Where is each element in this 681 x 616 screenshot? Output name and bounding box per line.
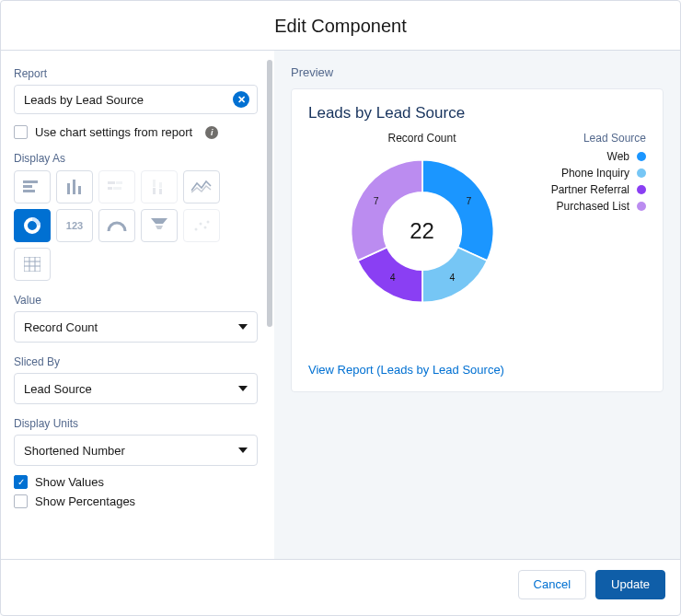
donut-center-value: 22	[410, 218, 434, 244]
legend-item-label: Purchased List	[557, 200, 629, 213]
clear-icon[interactable]: ✕	[233, 91, 249, 108]
display-units-select[interactable]: Shortened Number	[14, 435, 258, 466]
metric-icon[interactable]: 123	[56, 209, 93, 242]
modal-body: Report Leads by Lead Source ✕ Use chart …	[1, 51, 680, 559]
svg-rect-0	[23, 180, 38, 183]
svg-rect-5	[78, 186, 81, 194]
cancel-button[interactable]: Cancel	[518, 570, 586, 599]
svg-point-17	[195, 228, 198, 231]
view-report-link[interactable]: View Report (Leads by Lead Source)	[308, 363, 504, 377]
use-chart-settings-label: Use chart settings from report	[35, 125, 192, 139]
donut-slice-label: 4	[389, 272, 395, 283]
scrollbar[interactable]	[267, 60, 272, 327]
svg-marker-16	[156, 226, 163, 229]
svg-marker-15	[151, 218, 167, 224]
info-icon[interactable]: i	[205, 126, 218, 139]
svg-rect-10	[153, 180, 156, 187]
show-values-label: Show Values	[35, 475, 104, 489]
chevron-down-icon	[238, 447, 248, 453]
donut-svg-container: 7447 22	[341, 150, 503, 312]
legend-item-label: Partner Referral	[551, 183, 629, 196]
legend: Lead Source WebPhone InquiryPartner Refe…	[536, 132, 646, 312]
funnel-icon[interactable]	[141, 209, 178, 242]
report-input[interactable]: Leads by Lead Source ✕	[14, 85, 258, 114]
svg-rect-6	[108, 181, 115, 184]
legend-swatch	[637, 185, 646, 194]
scatter-icon[interactable]	[183, 209, 220, 242]
preview-label: Preview	[291, 65, 664, 79]
gauge-icon[interactable]	[98, 209, 135, 242]
legend-title: Lead Source	[536, 132, 646, 145]
vbar-icon[interactable]	[56, 170, 93, 203]
table-icon[interactable]	[14, 248, 51, 281]
donut-chart: Record Count 7447 22	[308, 132, 536, 312]
config-panel: Report Leads by Lead Source ✕ Use chart …	[1, 51, 274, 559]
svg-rect-21	[24, 257, 40, 272]
donut-slice	[351, 160, 421, 262]
report-input-value: Leads by Lead Source	[24, 93, 144, 107]
sliced-by-label: Sliced By	[14, 355, 258, 368]
svg-rect-1	[23, 185, 32, 188]
donut-slice-label: 4	[449, 272, 455, 283]
legend-item: Web	[536, 150, 646, 163]
legend-swatch	[637, 152, 646, 161]
show-percentages-row[interactable]: Show Percentages	[14, 494, 258, 508]
donut-slice	[422, 160, 493, 262]
svg-rect-8	[108, 187, 112, 190]
checkbox-unchecked-icon[interactable]	[14, 494, 28, 508]
preview-card: Leads by Lead Source Record Count 7447 2…	[291, 88, 664, 392]
legend-swatch	[637, 202, 646, 211]
display-units-selected: Shortened Number	[24, 444, 125, 458]
chart-type-grid: 123	[14, 170, 258, 281]
line-icon[interactable]	[183, 170, 220, 203]
sliced-by-selected: Lead Source	[24, 382, 92, 396]
donut-slice-label: 7	[466, 195, 471, 206]
stacked-hbar-icon[interactable]	[98, 170, 135, 203]
svg-rect-3	[67, 183, 70, 194]
chevron-down-icon	[238, 324, 248, 330]
donut-title: Record Count	[387, 132, 456, 145]
legend-item: Phone Inquiry	[536, 167, 646, 180]
modal-footer: Cancel Update	[1, 559, 680, 609]
preview-panel: Preview Leads by Lead Source Record Coun…	[274, 51, 680, 559]
hbar-icon[interactable]	[14, 170, 51, 203]
legend-item-label: Phone Inquiry	[561, 167, 629, 180]
stacked-vbar-icon[interactable]	[141, 170, 178, 203]
svg-rect-7	[116, 181, 122, 184]
donut-slice-label: 7	[373, 195, 378, 206]
svg-point-19	[204, 227, 207, 229]
value-select[interactable]: Record Count	[14, 311, 258, 343]
svg-rect-2	[23, 190, 35, 192]
sliced-by-select[interactable]: Lead Source	[14, 373, 258, 404]
show-percentages-label: Show Percentages	[35, 494, 135, 508]
svg-rect-13	[159, 189, 162, 194]
show-values-row[interactable]: ✓ Show Values	[14, 475, 258, 489]
svg-rect-11	[153, 188, 156, 194]
donut-icon[interactable]	[14, 209, 51, 242]
svg-rect-12	[159, 182, 162, 188]
value-label: Value	[14, 294, 258, 307]
display-as-label: Display As	[14, 152, 258, 165]
display-units-label: Display Units	[14, 417, 258, 430]
preview-card-title: Leads by Lead Source	[308, 104, 646, 122]
svg-rect-4	[73, 180, 75, 194]
update-button[interactable]: Update	[595, 570, 665, 599]
chevron-down-icon	[238, 386, 248, 391]
checkbox-checked-icon[interactable]: ✓	[14, 475, 28, 489]
report-label: Report	[14, 67, 258, 80]
modal-title: Edit Component	[1, 1, 680, 51]
legend-item-label: Web	[607, 150, 629, 163]
checkbox-unchecked-icon[interactable]	[14, 125, 28, 139]
legend-item: Purchased List	[536, 200, 646, 213]
svg-point-18	[200, 223, 202, 226]
value-selected: Record Count	[24, 320, 98, 334]
legend-swatch	[637, 169, 646, 178]
svg-rect-9	[113, 187, 121, 190]
use-chart-settings-row[interactable]: Use chart settings from report i	[14, 125, 258, 139]
svg-point-20	[207, 221, 210, 224]
legend-item: Partner Referral	[536, 183, 646, 196]
